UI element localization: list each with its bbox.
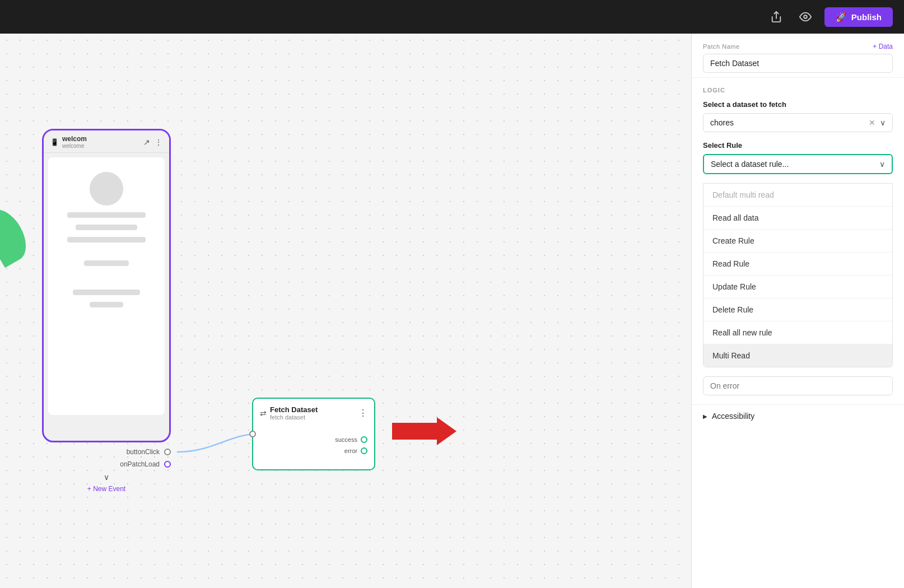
phone-mockup: 📱 welcom welcome ↗ ⋮ [42, 129, 171, 442]
phone-menu-icon[interactable]: ⋮ [155, 138, 162, 147]
publish-label: Publish [851, 12, 882, 22]
accessibility-section[interactable]: ▶ Accessibility [692, 404, 904, 427]
dataset-clear-icon[interactable]: ✕ [869, 118, 875, 127]
fetch-node-outputs: success error [260, 436, 367, 454]
fetch-node-subtitle: fetch dataset [270, 414, 318, 421]
select-dataset-label: Select a dataset to fetch [703, 100, 893, 109]
dataset-arrow-icon[interactable]: ∨ [880, 118, 886, 127]
text-placeholder-1 [67, 212, 146, 218]
phone-header-right: ↗ ⋮ [143, 138, 162, 147]
error-dot[interactable] [361, 447, 367, 454]
avatar-placeholder [90, 172, 123, 206]
on-patch-load-dot[interactable] [164, 461, 171, 468]
panel-title-row: Patch Name + Data [703, 43, 893, 54]
phone-expand-icon[interactable]: ↗ [143, 138, 150, 147]
panel-header: Patch Name + Data [692, 34, 904, 78]
canvas-area: 📱 welcom welcome ↗ ⋮ [0, 34, 691, 588]
event-on-patch-load: onPatchLoad [42, 460, 171, 468]
text-placeholder-3 [67, 237, 146, 242]
dropdown-item-read-rule[interactable]: Read Rule [703, 253, 892, 276]
button-click-label: buttonClick [127, 448, 160, 456]
select-rule-label: Select Rule [703, 141, 893, 150]
dropdown-item-read-all-data[interactable]: Read all data [703, 207, 892, 230]
phone-subtitle: welcome [62, 143, 87, 149]
fetch-node-menu[interactable]: ⋮ [358, 408, 367, 418]
phone-events: buttonClick onPatchLoad ∨ + New Event [42, 448, 171, 493]
svg-marker-2 [392, 417, 456, 445]
rule-arrow-icon[interactable]: ∨ [879, 160, 885, 169]
share-button[interactable] [766, 7, 786, 27]
dropdown-item-create-rule[interactable]: Create Rule [703, 230, 892, 253]
new-event-button[interactable]: + New Event [42, 485, 171, 493]
output-error: error [344, 447, 367, 454]
accessibility-label: Accessibility [712, 412, 754, 421]
on-error-input[interactable] [703, 376, 893, 395]
expand-events[interactable]: ∨ [42, 473, 171, 482]
patch-name-input[interactable] [703, 54, 893, 73]
patch-name-label: Patch Name [703, 43, 740, 50]
dropdown-item-reall-new-rule[interactable]: Reall all new rule [703, 321, 892, 344]
button-click-dot[interactable] [164, 449, 171, 455]
green-leaf-decoration [0, 203, 34, 268]
phone-title: welcom [62, 135, 87, 143]
fetch-node-header: ⇄ Fetch Dataset fetch dataset ⋮ [260, 405, 367, 421]
on-error-field [703, 376, 893, 395]
dropdown-list: Default multi read Read all data Create … [703, 183, 893, 367]
topbar: 🚀 Publish [0, 0, 904, 34]
publish-button[interactable]: 🚀 Publish [824, 7, 893, 27]
error-label: error [344, 447, 357, 454]
text-placeholder-2 [76, 225, 137, 230]
dropdown-item-update-rule[interactable]: Update Rule [703, 276, 892, 298]
dataset-value: chores [710, 118, 869, 127]
rocket-icon: 🚀 [836, 12, 847, 22]
arrow-right [392, 414, 459, 455]
dropdown-item-multi-read[interactable]: Multi Read [703, 344, 892, 367]
main-layout: 📱 welcom welcome ↗ ⋮ [0, 34, 904, 588]
phone-header-left: 📱 welcom welcome [50, 135, 87, 149]
rule-placeholder: Select a dataset rule... [711, 160, 879, 169]
preview-button[interactable] [795, 7, 816, 27]
text-placeholder-5 [73, 290, 140, 295]
right-panel: Patch Name + Data LOGIC Select a dataset… [691, 34, 904, 588]
screen-icon: 📱 [50, 138, 59, 146]
svg-point-1 [804, 15, 807, 18]
event-button-click: buttonClick [42, 448, 171, 456]
fetch-input-dot[interactable] [249, 431, 256, 437]
phone-header: 📱 welcom welcome ↗ ⋮ [44, 130, 169, 153]
accessibility-arrow-icon: ▶ [703, 413, 707, 419]
text-placeholder-6 [90, 302, 123, 307]
dropdown-item-default-multi-read[interactable]: Default multi read [703, 184, 892, 207]
logic-section: LOGIC Select a dataset to fetch chores ✕… [692, 78, 904, 183]
fetch-node-icon: ⇄ [260, 409, 267, 418]
success-dot[interactable] [361, 436, 367, 443]
on-patch-load-label: onPatchLoad [120, 460, 160, 468]
dataset-selector[interactable]: chores ✕ ∨ [703, 113, 893, 132]
add-data-button[interactable]: + Data [873, 43, 893, 50]
phone-content [48, 157, 165, 415]
fetch-node: ⇄ Fetch Dataset fetch dataset ⋮ success … [252, 398, 375, 470]
dropdown-item-delete-rule[interactable]: Delete Rule [703, 298, 892, 321]
text-placeholder-4 [84, 260, 129, 266]
fetch-node-title: Fetch Dataset [270, 405, 318, 414]
success-label: success [335, 436, 357, 443]
rule-selector[interactable]: Select a dataset rule... ∨ [703, 154, 893, 174]
output-success: success [335, 436, 367, 443]
logic-section-label: LOGIC [703, 87, 893, 94]
